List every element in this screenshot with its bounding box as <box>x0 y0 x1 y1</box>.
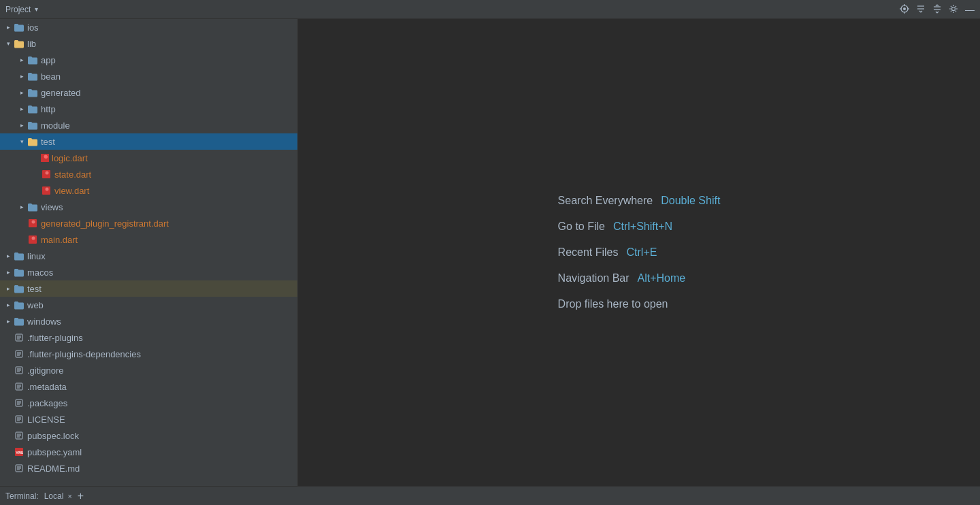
minimize-icon[interactable]: — <box>965 5 975 14</box>
sidebar[interactable]: ios lib app <box>0 19 298 486</box>
svg-point-16 <box>46 188 49 191</box>
goto-file-shortcut: Ctrl+Shift+N <box>613 221 672 233</box>
arrow-windows[interactable] <box>3 318 14 325</box>
tree-item-generated-plugin[interactable]: generated_plugin_registrant.dart <box>0 215 297 231</box>
welcome-row-goto: Go to File Ctrl+Shift+N <box>558 221 673 233</box>
tree-item-gitignore[interactable]: .gitignore <box>0 362 297 378</box>
item-label-logic-dart: logic.dart <box>52 153 88 163</box>
folder-icon-test-lib <box>27 137 38 146</box>
recent-files-label: Recent Files <box>558 246 619 259</box>
tree-item-pubspec-lock[interactable]: pubspec.lock <box>0 427 297 444</box>
terminal-add-button[interactable]: + <box>78 491 84 502</box>
item-label-bean: bean <box>41 71 61 82</box>
recent-files-shortcut: Ctrl+E <box>627 246 657 259</box>
item-label-gitignore: .gitignore <box>27 365 63 376</box>
terminal-text: Terminal: <box>5 491 39 501</box>
text-file-icon-flutter-plugins <box>14 333 24 342</box>
tree-item-main-dart[interactable]: main.dart <box>0 231 297 248</box>
arrow-module[interactable] <box>16 122 27 129</box>
item-label-views: views <box>41 202 63 212</box>
item-label-readme: README.md <box>27 463 80 474</box>
svg-point-10 <box>952 7 956 10</box>
project-title: Project <box>5 5 31 14</box>
target-icon[interactable] <box>900 4 909 15</box>
settings-icon[interactable] <box>949 4 958 15</box>
item-label-main-dart: main.dart <box>41 235 78 245</box>
arrow-linux[interactable] <box>3 253 14 259</box>
arrow-app[interactable] <box>16 56 27 63</box>
tree-item-bean[interactable]: bean <box>0 68 297 84</box>
item-label-metadata: .metadata <box>27 382 67 392</box>
text-file-icon-gitignore <box>14 365 24 375</box>
dart-file-icon-view <box>41 186 52 195</box>
svg-point-12 <box>44 155 48 159</box>
collapse-all-icon[interactable] <box>916 4 926 15</box>
arrow-http[interactable] <box>16 105 27 112</box>
folder-icon-web <box>14 300 24 310</box>
tree-item-view-dart[interactable]: view.dart <box>0 182 297 199</box>
tree-item-readme[interactable]: README.md <box>0 460 297 476</box>
folder-icon-windows <box>14 316 24 326</box>
dart-file-icon-state <box>41 169 52 179</box>
arrow-test-lib[interactable] <box>16 138 27 145</box>
terminal-close-button[interactable]: × <box>67 492 71 500</box>
arrow-lib[interactable] <box>3 40 14 47</box>
folder-icon-views <box>27 202 38 212</box>
tree-item-test-lib[interactable]: test <box>0 133 297 150</box>
tree-item-ios[interactable]: ios <box>0 19 297 35</box>
tree-item-views[interactable]: views <box>0 199 297 215</box>
arrow-generated[interactable] <box>16 89 27 96</box>
terminal-tab-local[interactable]: Local × <box>44 491 72 501</box>
arrow-web[interactable] <box>3 302 14 308</box>
arrow-bean[interactable] <box>16 73 27 80</box>
item-label-packages: .packages <box>27 398 67 408</box>
folder-icon-bean <box>27 71 38 81</box>
tree-item-metadata[interactable]: .metadata <box>0 378 297 395</box>
tree-item-windows[interactable]: windows <box>0 313 297 329</box>
terminal-tab-label: Local <box>44 491 64 501</box>
tree-item-flutter-plugins-dep[interactable]: .flutter-plugins-dependencies <box>0 346 297 362</box>
item-label-pubspec-lock: pubspec.lock <box>27 431 79 441</box>
arrow-ios[interactable] <box>3 24 14 31</box>
svg-text:YML: YML <box>16 451 23 455</box>
folder-icon-macos <box>14 267 24 277</box>
arrow-views[interactable] <box>16 203 27 210</box>
dart-file-icon-main <box>27 235 38 244</box>
tree-item-lib[interactable]: lib <box>0 35 297 52</box>
text-file-icon-license <box>14 414 24 424</box>
expand-all-icon[interactable] <box>932 4 942 15</box>
welcome-row-search: Search Everywhere Double Shift <box>558 195 721 207</box>
item-label-flutter-plugins: .flutter-plugins <box>27 333 83 343</box>
tree-item-module[interactable]: module <box>0 117 297 133</box>
tree-item-flutter-plugins[interactable]: .flutter-plugins <box>0 329 297 346</box>
dart-file-icon-logic <box>41 154 49 162</box>
drop-files-label: Drop files here to open <box>558 298 668 310</box>
tree-item-linux[interactable]: linux <box>0 248 297 264</box>
terminal-label: Terminal: <box>5 491 39 501</box>
tree-item-generated[interactable]: generated <box>0 84 297 101</box>
svg-point-14 <box>46 172 49 175</box>
tree-item-web[interactable]: web <box>0 297 297 313</box>
tree-item-http[interactable]: http <box>0 101 297 117</box>
tree-item-state-dart[interactable]: state.dart <box>0 166 297 182</box>
dart-file-icon-generated-plugin <box>27 218 38 228</box>
chevron-down-icon[interactable]: ▾ <box>35 5 38 13</box>
tree-item-pubspec-yaml[interactable]: YML pubspec.yaml <box>0 444 297 460</box>
item-label-app: app <box>41 55 56 65</box>
arrow-macos[interactable] <box>3 269 14 276</box>
tree-item-packages[interactable]: .packages <box>0 395 297 411</box>
arrow-test-root[interactable] <box>3 285 14 292</box>
folder-icon-http <box>27 104 38 114</box>
item-label-linux: linux <box>27 251 46 261</box>
tree-item-logic-dart[interactable]: logic.dart <box>0 150 297 166</box>
yaml-file-icon-pubspec: YML <box>14 447 24 457</box>
folder-icon-test-root <box>14 284 24 293</box>
text-file-icon-metadata <box>14 382 24 391</box>
tree-item-test-root[interactable]: test <box>0 280 297 297</box>
tree-item-license[interactable]: LICENSE <box>0 411 297 427</box>
folder-icon-ios <box>14 22 24 32</box>
tree-item-macos[interactable]: macos <box>0 264 297 280</box>
text-file-icon-pubspec-lock <box>14 431 24 440</box>
svg-point-18 <box>32 221 35 224</box>
tree-item-app[interactable]: app <box>0 52 297 68</box>
